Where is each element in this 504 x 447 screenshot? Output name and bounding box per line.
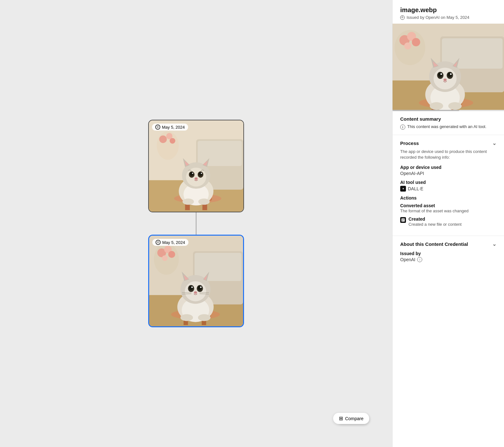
canvas-panel: © May 5, 2024 [0, 0, 392, 447]
about-chevron-icon: ⌄ [492, 241, 496, 247]
svg-point-6 [159, 135, 167, 143]
svg-rect-99 [402, 221, 403, 221]
image-card-top[interactable]: © May 5, 2024 [148, 120, 244, 212]
canvas-area: © May 5, 2024 [100, 104, 292, 343]
ai-tool-field: AI tool used ✦ DALL·E [400, 180, 496, 192]
action1-desc: The format of the asset was changed [400, 208, 496, 213]
svg-point-24 [199, 172, 202, 176]
svg-point-95 [448, 102, 462, 110]
svg-point-74 [404, 42, 411, 49]
svg-point-73 [412, 38, 420, 46]
svg-point-89 [438, 72, 443, 77]
date-badge-bottom: © May 5, 2024 [152, 239, 188, 246]
svg-point-94 [430, 102, 443, 110]
svg-point-93 [444, 79, 447, 81]
cat-image-top [149, 120, 243, 212]
image-card-bottom[interactable]: © May 5, 2024 [148, 235, 244, 327]
cr-icon-bottom: © [156, 240, 161, 245]
content-summary-body: i This content was generated with an AI … [400, 124, 496, 130]
svg-point-56 [191, 286, 193, 288]
svg-point-29 [198, 199, 210, 205]
compare-label: Compare [345, 416, 363, 421]
cr-icon-header: © [400, 15, 405, 20]
issued-by-header: © Issued by OpenAI on May 5, 2024 [400, 15, 496, 20]
svg-point-27 [195, 178, 198, 180]
svg-point-39 [162, 255, 168, 261]
actions-label: Actions [400, 195, 496, 201]
connector-line [196, 212, 196, 235]
svg-point-38 [168, 251, 175, 258]
date-label-top: May 5, 2024 [162, 125, 185, 130]
openai-info-icon[interactable]: i [417, 257, 422, 262]
svg-point-60 [198, 314, 210, 321]
cr-icon-top: © [155, 125, 160, 130]
issued-by-label: Issued by [400, 251, 496, 256]
svg-point-91 [440, 73, 442, 75]
actions-field: Actions Converted asset The format of th… [400, 195, 496, 227]
info-icon: i [400, 125, 405, 130]
scrollbar-indicator [393, 110, 504, 111]
svg-point-58 [194, 291, 197, 294]
right-panel: image.webp © Issued by OpenAI on May 5, … [392, 0, 504, 447]
content-summary-title: Content summary [400, 116, 496, 122]
process-chevron-icon: ⌄ [492, 140, 496, 146]
action-created: Created Created a new file or content [400, 216, 496, 227]
dall-e-icon: ✦ [400, 186, 406, 192]
action2-desc: Created a new file or content [409, 222, 462, 227]
svg-point-28 [183, 199, 194, 205]
file-title: image.webp [400, 6, 496, 14]
action2-content: Created Created a new file or content [409, 216, 462, 227]
action-converted: Converted asset The format of the asset … [400, 203, 496, 213]
about-section: About this Content Credential ⌄ Issued b… [393, 236, 504, 270]
date-badge-top: © May 5, 2024 [152, 124, 188, 131]
panel-header: image.webp © Issued by OpenAI on May 5, … [393, 0, 504, 24]
compare-icon: ⊞ [339, 415, 343, 421]
app-value: OpenAI-API [400, 171, 496, 176]
ai-tool-label: AI tool used [400, 180, 496, 185]
action1-title: Converted asset [400, 203, 496, 208]
process-title[interactable]: Process ⌄ [400, 140, 496, 146]
created-icon [400, 217, 406, 223]
svg-point-47 [185, 281, 206, 301]
svg-point-59 [180, 314, 193, 321]
svg-point-54 [189, 286, 193, 290]
svg-point-90 [448, 72, 452, 77]
svg-rect-97 [402, 219, 404, 219]
ai-tool-value: ✦ DALL·E [400, 186, 496, 192]
preview-image [393, 24, 504, 110]
cat-image-bottom [149, 236, 243, 326]
about-title[interactable]: About this Content Credential ⌄ [400, 241, 496, 247]
process-section: Process ⌄ The app or device used to prod… [393, 135, 504, 236]
action2-title: Created [409, 216, 462, 222]
svg-rect-4 [198, 141, 242, 166]
date-label-bottom: May 5, 2024 [162, 240, 185, 245]
svg-point-25 [192, 173, 193, 174]
content-summary-section: Content summary i This content was gener… [393, 111, 504, 135]
issued-by-value: OpenAI i [400, 257, 496, 262]
svg-point-26 [201, 173, 202, 174]
issued-by-text: Issued by OpenAI on May 5, 2024 [407, 15, 470, 20]
svg-point-57 [200, 286, 202, 288]
svg-rect-98 [402, 220, 404, 220]
svg-point-92 [450, 73, 452, 75]
svg-point-8 [170, 138, 175, 144]
svg-point-23 [190, 172, 194, 176]
app-field: App or device used OpenAI-API [400, 165, 496, 176]
compare-button[interactable]: ⊞ Compare [333, 413, 369, 424]
svg-point-55 [198, 286, 202, 290]
process-description: The app or device used to produce this c… [400, 149, 496, 160]
app-label: App or device used [400, 165, 496, 170]
issued-by-section: Issued by OpenAI i [400, 251, 496, 262]
